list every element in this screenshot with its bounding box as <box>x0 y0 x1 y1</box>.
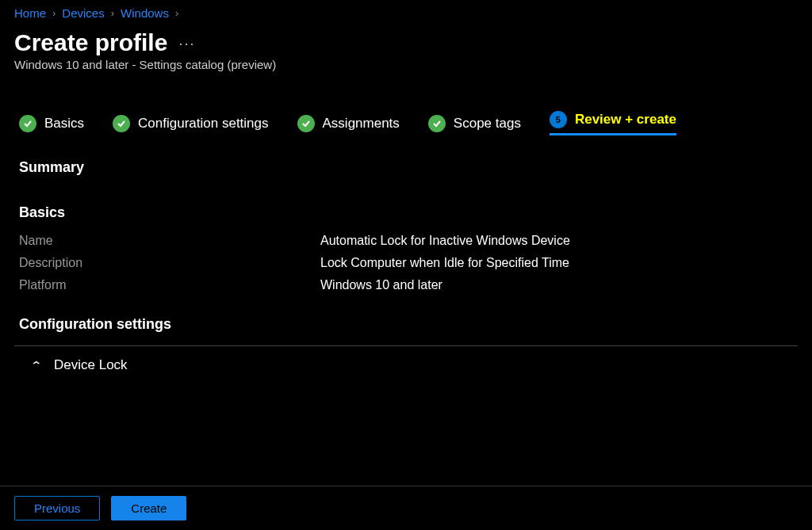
field-label: Description <box>19 256 320 270</box>
page-title: Create profile <box>14 29 167 56</box>
chevron-up-icon: ⌄ <box>30 359 44 372</box>
field-label: Platform <box>19 278 320 292</box>
check-icon <box>428 115 446 132</box>
summary-heading: Summary <box>14 159 798 176</box>
field-label: Name <box>19 234 320 248</box>
step-basics[interactable]: Basics <box>19 115 84 132</box>
chevron-right-icon: › <box>111 7 114 19</box>
page-subtitle: Windows 10 and later - Settings catalog … <box>14 58 798 71</box>
breadcrumb: Home › Devices › Windows › <box>14 6 798 20</box>
check-icon <box>19 115 36 132</box>
step-number-badge: 5 <box>550 111 567 128</box>
field-value: Automatic Lock for Inactive Windows Devi… <box>320 234 570 248</box>
step-scope-tags[interactable]: Scope tags <box>428 115 521 132</box>
field-platform: Platform Windows 10 and later <box>14 278 798 292</box>
field-value: Lock Computer when Idle for Specified Ti… <box>320 256 569 270</box>
previous-button[interactable]: Previous <box>14 496 100 520</box>
chevron-right-icon: › <box>175 7 178 19</box>
config-section-title: Configuration settings <box>14 316 798 333</box>
breadcrumb-windows[interactable]: Windows <box>121 6 169 20</box>
step-label: Assignments <box>323 116 400 132</box>
step-assignments[interactable]: Assignments <box>297 115 400 132</box>
check-icon <box>113 115 130 132</box>
step-label: Basics <box>44 116 84 132</box>
wizard-steps: Basics Configuration settings Assignment… <box>14 111 798 135</box>
step-configuration[interactable]: Configuration settings <box>113 115 268 132</box>
step-label: Scope tags <box>454 116 521 132</box>
step-label: Configuration settings <box>138 116 268 132</box>
breadcrumb-devices[interactable]: Devices <box>62 6 104 20</box>
step-review-create[interactable]: 5 Review + create <box>550 111 676 135</box>
footer-actions: Previous Create <box>0 486 812 530</box>
accordion-device-lock[interactable]: ⌄ Device Lock <box>14 345 798 384</box>
field-name: Name Automatic Lock for Inactive Windows… <box>14 234 798 248</box>
step-label: Review + create <box>575 112 676 128</box>
chevron-right-icon: › <box>52 7 56 19</box>
more-actions-icon[interactable]: ··· <box>178 36 195 52</box>
check-icon <box>297 115 315 132</box>
field-description: Description Lock Computer when Idle for … <box>14 256 798 270</box>
basics-section-title: Basics <box>14 204 798 221</box>
field-value: Windows 10 and later <box>320 278 442 292</box>
accordion-title: Device Lock <box>54 357 128 373</box>
create-button[interactable]: Create <box>111 496 186 520</box>
breadcrumb-home[interactable]: Home <box>14 6 46 20</box>
